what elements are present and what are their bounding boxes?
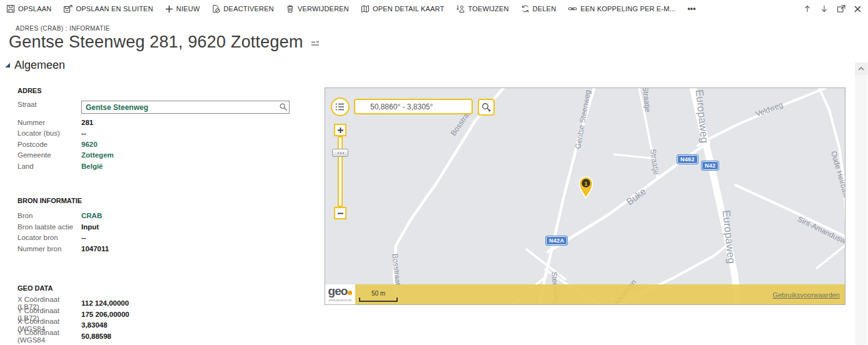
field-locator-bron-label: Locator bron <box>18 234 81 241</box>
delete-label: VERWIJDEREN <box>298 5 349 12</box>
map-icon <box>361 4 370 13</box>
save-button[interactable]: OPSLAAN <box>6 4 51 13</box>
zoom-in-button[interactable] <box>334 124 346 136</box>
field-bron: Bron CRAB <box>18 211 299 222</box>
save-and-close-button[interactable]: OPSLAAN EN SLUITEN <box>63 4 153 13</box>
field-land: Land België <box>18 161 299 172</box>
open-detail-map-button[interactable]: OPEN DETAIL KAART <box>361 4 444 13</box>
share-button[interactable]: DELEN <box>521 4 557 13</box>
geopunt-logo[interactable]: geo www.geopunt.be <box>325 284 355 304</box>
straat-lookup-input[interactable] <box>81 101 290 114</box>
field-nummer-bron-value[interactable]: 1047011 <box>81 245 109 252</box>
field-locator-bus-value[interactable]: -- <box>81 129 86 137</box>
group-adres: ADRES Straat Nummer 281 Locator (bus) --… <box>18 87 299 172</box>
field-locator-bus-label: Locator (bus) <box>18 129 81 137</box>
field-land-value[interactable]: België <box>81 162 103 170</box>
geopunt-logo-text: geo <box>328 284 348 298</box>
email-link-label: EEN KOPPELING PER E-M... <box>580 5 675 12</box>
group-geo-title: GEO DATA <box>18 284 299 292</box>
field-y-lb72-value[interactable]: 175 206,00000 <box>81 311 129 318</box>
record-type-label: ADRES (CRAB) : INFORMATIE <box>16 25 320 32</box>
save-label: OPSLAAN <box>18 5 51 12</box>
group-geo-data: GEO DATA X Coördinaat (LB72) 112 124,000… <box>18 284 299 342</box>
terms-link[interactable]: Gebruiksvoorwaarden <box>772 291 840 299</box>
zoom-slider-handle[interactable] <box>332 149 348 157</box>
field-land-label: Land <box>18 162 81 170</box>
plus-icon <box>337 127 344 134</box>
deactivate-button[interactable]: DEACTIVEREN <box>211 4 273 13</box>
map-search-button[interactable] <box>478 99 495 116</box>
deactivate-label: DEACTIVEREN <box>223 5 273 12</box>
group-adres-title: ADRES <box>18 87 299 94</box>
previous-record-icon[interactable] <box>803 4 812 13</box>
road-shield: N462 <box>677 155 698 164</box>
save-and-close-label: OPSLAAN EN SLUITEN <box>76 5 153 12</box>
map-layers-button[interactable] <box>331 98 350 116</box>
next-record-icon[interactable] <box>820 4 829 13</box>
map-marker[interactable]: 1 <box>580 177 593 198</box>
geopunt-logo-url: www.geopunt.be <box>325 297 355 303</box>
new-label: NIEUW <box>176 5 200 12</box>
search-location-icon <box>481 102 492 112</box>
scroll-up-icon[interactable] <box>855 62 867 75</box>
field-nummer-label: Nummer <box>18 119 81 126</box>
assign-icon <box>456 4 465 13</box>
field-postcode-label: Postcode <box>18 141 81 148</box>
record-nav <box>803 0 862 18</box>
map-marker-label: 1 <box>584 180 588 187</box>
field-nummer-value[interactable]: 281 <box>81 119 93 126</box>
field-gemeente-label: Gemeente <box>18 151 81 159</box>
trash-icon <box>286 4 295 13</box>
email-link-button[interactable]: EEN KOPPELING PER E-M... <box>568 4 675 13</box>
field-gemeente-value[interactable]: Zottegem <box>81 151 114 159</box>
close-icon[interactable] <box>854 5 862 13</box>
assign-button[interactable]: TOEWIJZEN <box>456 4 508 13</box>
field-bron-value[interactable]: CRAB <box>81 212 102 219</box>
field-nummer: Nummer 281 <box>18 117 299 128</box>
save-icon <box>6 4 15 13</box>
zoom-slider-track[interactable] <box>338 136 343 207</box>
more-label: ••• <box>687 4 695 13</box>
field-locator-bron-value[interactable]: -- <box>81 234 86 241</box>
command-bar: OPSLAAN OPSLAAN EN SLUITEN NIEUW DEACTIV… <box>0 0 868 18</box>
zoom-out-button[interactable] <box>334 207 346 219</box>
field-postcode: Postcode 9620 <box>18 139 299 150</box>
more-commands-button[interactable]: ••• <box>687 4 695 13</box>
field-y-wgs84-value[interactable]: 50,88598 <box>81 332 111 340</box>
map-scale-bar <box>359 298 398 302</box>
field-locator-bron: Locator bron -- <box>18 232 299 244</box>
field-x-wgs84-value[interactable]: 3,83048 <box>81 321 108 329</box>
map-scale: 50 m <box>359 290 398 302</box>
field-gemeente: Gemeente Zottegem <box>18 150 299 161</box>
list-icon <box>335 101 346 112</box>
new-button[interactable]: NIEUW <box>165 5 200 13</box>
field-bron-label: Bron <box>18 212 81 219</box>
section-title: Algemeen <box>14 59 65 72</box>
plus-icon <box>165 5 173 13</box>
field-nummer-bron-label: Nummer bron <box>18 245 81 252</box>
open-detail-map-label: OPEN DETAIL KAART <box>373 5 444 12</box>
field-straat: Straat <box>18 101 299 117</box>
field-bron-laatste-actie-label: Bron laatste actie <box>18 223 81 231</box>
page-scrollbar[interactable] <box>855 62 867 345</box>
field-straat-label: Straat <box>18 101 81 108</box>
delete-button[interactable]: VERWIJDEREN <box>286 4 349 13</box>
form-selector-icon[interactable] <box>311 41 320 48</box>
link-icon <box>568 4 577 13</box>
form-area: ADRES Straat Nummer 281 Locator (bus) --… <box>18 87 299 342</box>
lookup-search-icon[interactable] <box>279 102 288 111</box>
road-shield: N42A <box>546 236 567 245</box>
collapse-triangle-icon <box>5 62 11 68</box>
popout-icon[interactable] <box>837 4 845 13</box>
deactivate-icon <box>211 4 220 13</box>
geopunt-logo-dot-icon <box>348 291 352 295</box>
map-attribution-bar: geo www.geopunt.be 50 m Gebruiksvoorwaar… <box>325 284 845 304</box>
section-algemeen-header[interactable]: Algemeen <box>5 59 65 72</box>
map-widget[interactable]: 1 Bosstraat Bosstraat Gentse Steenweg St… <box>325 88 845 305</box>
field-bron-laatste-actie-value[interactable]: Input <box>81 223 99 231</box>
minus-icon <box>337 210 344 217</box>
map-roads: 1 <box>325 88 845 304</box>
map-search-input[interactable] <box>355 100 472 113</box>
field-postcode-value[interactable]: 9620 <box>81 141 98 148</box>
field-x-lb72-value[interactable]: 112 124,00000 <box>81 299 129 307</box>
